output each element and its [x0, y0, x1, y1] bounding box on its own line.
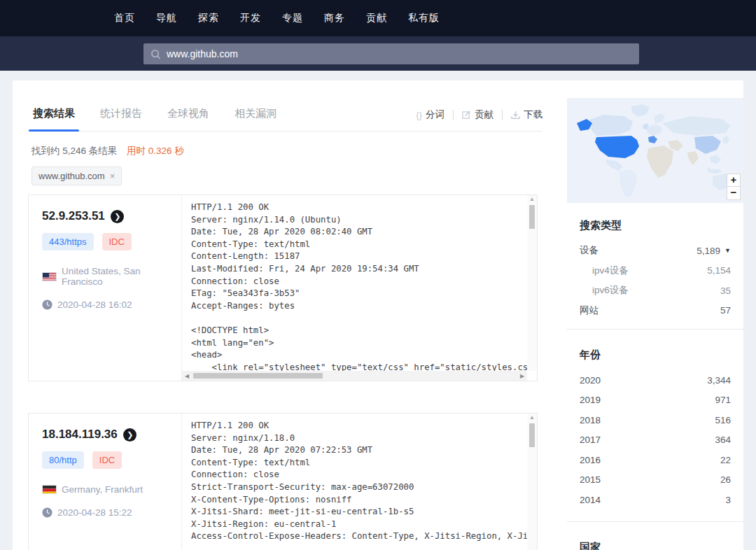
facet-row-ipv6-devices[interactable]: ipv6设备 35: [580, 281, 731, 301]
search-input[interactable]: [167, 48, 632, 59]
download-icon: [511, 111, 520, 120]
scrollbar-thumb[interactable]: [529, 205, 535, 229]
nav-item-contribute[interactable]: 贡献: [366, 12, 387, 24]
segment-words-label: 分词: [426, 108, 444, 121]
facet-row-2018[interactable]: 2018 516: [580, 410, 731, 430]
search-icon: [150, 49, 161, 59]
tab-search-results[interactable]: 搜索结果: [31, 101, 76, 130]
response-panel: HTTP/1.1 200 OK Server: nginx/1.14.0 (Ub…: [181, 195, 537, 381]
facet-value: 22: [720, 455, 731, 465]
chevron-down-icon[interactable]: ▼: [724, 247, 731, 254]
scrollbar-thumb[interactable]: [529, 423, 535, 447]
facet-value: 57: [720, 305, 731, 316]
clock-icon: [42, 507, 52, 518]
facet-row-2019[interactable]: 2019 971: [580, 390, 731, 411]
facet-value: 26: [720, 474, 731, 485]
scroll-up-icon[interactable]: ▲: [527, 195, 537, 204]
facet-value: 35: [720, 285, 731, 296]
tab-related-vulnerabilities[interactable]: 相关漏洞: [233, 101, 278, 130]
facet-label: ipv6设备: [580, 284, 720, 297]
tab-actions: {} 分词 贡献 下载: [407, 101, 542, 121]
facet-row-websites[interactable]: 网站 57: [580, 301, 731, 321]
facet-value: 5,189: [696, 246, 720, 256]
vertical-scrollbar[interactable]: ▲: [527, 414, 537, 550]
tab-global-view[interactable]: 全球视角: [166, 101, 211, 130]
scroll-right-icon[interactable]: ▶: [517, 373, 527, 379]
facet-row-devices[interactable]: 设备 5,189 ▼: [580, 241, 731, 261]
search-box[interactable]: [144, 43, 639, 64]
result-card: 18.184.119.36 ❯ 80/http IDC Germany, Fra…: [28, 413, 538, 550]
response-panel: HTTP/1.1 200 OK Server: nginx/1.18.0 Dat…: [181, 414, 537, 550]
vertical-scrollbar[interactable]: ▲: [527, 195, 537, 371]
nav-item-business[interactable]: 商务: [324, 12, 345, 24]
facet-row-2016[interactable]: 2016 22: [580, 450, 731, 470]
country-title: 国家: [580, 541, 731, 550]
idc-tag[interactable]: IDC: [102, 233, 132, 251]
facet-value: 3,344: [707, 375, 731, 386]
port-tag[interactable]: 443/https: [42, 233, 94, 251]
braces-icon: {}: [416, 110, 422, 120]
map-zoom-out-button[interactable]: −: [727, 187, 741, 200]
facet-label: 2019: [580, 395, 715, 405]
result-ip[interactable]: 18.184.119.36: [42, 428, 118, 442]
horizontal-scrollbar[interactable]: ◀ ▶: [182, 371, 527, 381]
edit-icon: [462, 111, 471, 120]
results-meta: 找到约 5,246 条结果 用时 0.326 秒: [31, 145, 184, 157]
result-location[interactable]: Germany, Frankfurt: [62, 484, 143, 495]
facet-value: 971: [715, 395, 731, 405]
content-panel: 搜索结果 统计报告 全球视角 相关漏洞 {} 分词 贡献: [13, 80, 743, 550]
download-label: 下载: [524, 108, 542, 121]
world-map-graphic: [567, 98, 743, 203]
year-title: 年份: [580, 348, 731, 362]
facet-row-2014[interactable]: 2014 3: [580, 490, 731, 510]
filter-chip-label: www.github.com: [38, 171, 105, 181]
results-time: 用时 0.326 秒: [127, 146, 184, 156]
world-map[interactable]: + −: [567, 98, 743, 203]
facet-value: 364: [715, 435, 731, 445]
facet-value: 5,154: [707, 265, 731, 276]
facet-row-2015[interactable]: 2015 26: [580, 470, 731, 491]
facet-row-2020[interactable]: 2020 3,344: [580, 370, 731, 390]
scroll-left-icon[interactable]: ◀: [182, 373, 192, 379]
us-flag-icon: [42, 272, 57, 281]
segment-words-button[interactable]: {} 分词: [407, 108, 453, 121]
nav-item-explore[interactable]: 探索: [198, 12, 219, 24]
filter-chip[interactable]: www.github.com ×: [31, 167, 122, 185]
contribute-button[interactable]: 贡献: [454, 108, 502, 121]
chip-close-icon[interactable]: ×: [110, 171, 115, 181]
tab-statistics-report[interactable]: 统计报告: [99, 101, 144, 130]
facet-value: 3: [725, 495, 731, 505]
result-location[interactable]: United States, San Francisco: [62, 266, 172, 287]
nav-item-private-edition[interactable]: 私有版: [408, 12, 440, 24]
facet-label: 设备: [580, 244, 696, 257]
scroll-up-icon[interactable]: ▲: [527, 414, 537, 422]
http-response-text: HTTP/1.1 200 OK Server: nginx/1.14.0 (Ub…: [182, 195, 527, 371]
result-ip[interactable]: 52.9.253.51: [42, 209, 105, 223]
result-info: 18.184.119.36 ❯ 80/http IDC Germany, Fra…: [29, 414, 181, 550]
divider: [567, 521, 743, 522]
result-card: 52.9.253.51 ❯ 443/https IDC: [28, 195, 538, 381]
open-detail-arrow-icon[interactable]: ❯: [123, 428, 136, 442]
map-zoom-in-button[interactable]: +: [727, 174, 741, 187]
facet-row-ipv4-devices[interactable]: ipv4设备 5,154: [580, 261, 731, 281]
top-navbar: 首页 导航 探索 开发 专题 商务 贡献 私有版: [0, 0, 756, 36]
nav-item-topics[interactable]: 专题: [282, 12, 303, 24]
http-response-text: HTTP/1.1 200 OK Server: nginx/1.18.0 Dat…: [182, 414, 527, 550]
facet-row-2017[interactable]: 2017 364: [580, 430, 731, 451]
nav-item-home[interactable]: 首页: [114, 12, 135, 24]
results-count: 找到约 5,246 条结果: [31, 146, 117, 156]
download-button[interactable]: 下载: [503, 108, 542, 121]
facet-label: 2020: [580, 375, 707, 386]
clock-icon: [42, 299, 52, 310]
facet-label: 2014: [580, 495, 725, 505]
nav-item-navigation[interactable]: 导航: [156, 12, 177, 24]
port-tag[interactable]: 80/http: [42, 451, 84, 469]
result-info: 52.9.253.51 ❯ 443/https IDC: [29, 195, 181, 381]
scrollbar-thumb[interactable]: [193, 373, 323, 379]
idc-tag[interactable]: IDC: [92, 451, 122, 469]
facet-value: 516: [715, 415, 731, 425]
nav-item-develop[interactable]: 开发: [240, 12, 261, 24]
open-detail-arrow-icon[interactable]: ❯: [111, 210, 124, 223]
search-bar-row: [0, 36, 756, 71]
contribute-label: 贡献: [475, 108, 493, 121]
